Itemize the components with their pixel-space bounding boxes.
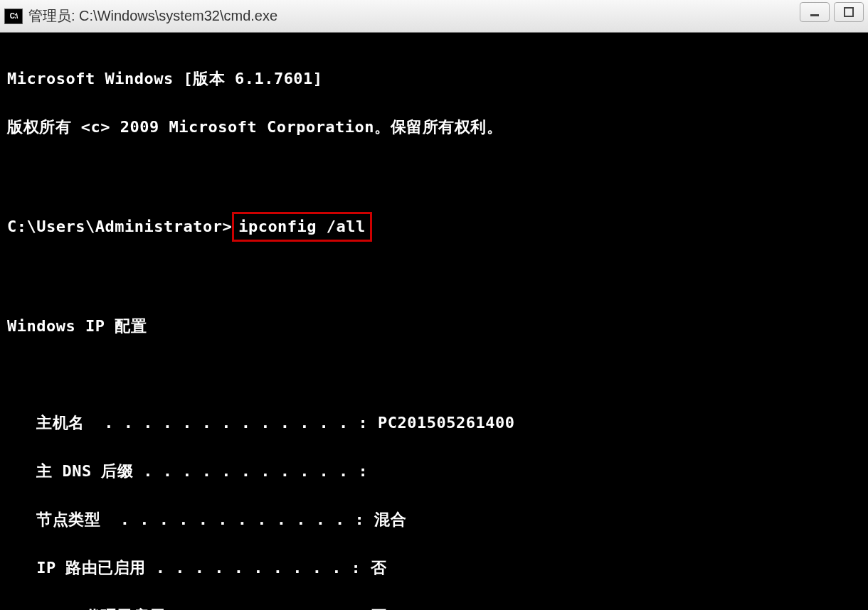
window-controls <box>800 2 864 22</box>
copyright-line: 版权所有 <c> 2009 Microsoft Corporation。保留所有… <box>7 115 861 139</box>
minimize-icon <box>810 7 820 17</box>
command-highlight: ipconfig /all <box>232 212 372 242</box>
terminal-output: Microsoft Windows [版本 6.1.7601] 版权所有 <c>… <box>0 33 868 610</box>
node-type-line: 节点类型 . . . . . . . . . . . . : 混合 <box>7 508 861 532</box>
svg-rect-0 <box>810 14 819 16</box>
minimize-button[interactable] <box>800 2 830 22</box>
version-line: Microsoft Windows [版本 6.1.7601] <box>7 67 861 91</box>
maximize-icon <box>844 7 854 17</box>
maximize-button[interactable] <box>834 2 864 22</box>
dns-suffix-line: 主 DNS 后缀 . . . . . . . . . . . : <box>7 459 861 483</box>
section-heading-ip: Windows IP 配置 <box>7 314 861 338</box>
wins-proxy-line: WINS 代理已启用 . . . . . . . . . : 否 <box>7 604 861 610</box>
prompt-path: C:\Users\Administrator> <box>7 218 232 235</box>
host-name-line: 主机名 . . . . . . . . . . . . . : PC201505… <box>7 411 861 435</box>
blank-line <box>7 363 861 387</box>
window-title: 管理员: C:\Windows\system32\cmd.exe <box>28 6 277 26</box>
blank-line <box>7 164 861 188</box>
blank-line <box>7 266 861 290</box>
window-titlebar: C:\ 管理员: C:\Windows\system32\cmd.exe <box>0 0 868 33</box>
cmd-app-icon: C:\ <box>4 9 23 24</box>
prompt-line: C:\Users\Administrator>ipconfig /all <box>7 212 861 242</box>
svg-rect-1 <box>845 8 853 16</box>
ip-routing-line: IP 路由已启用 . . . . . . . . . . : 否 <box>7 556 861 580</box>
